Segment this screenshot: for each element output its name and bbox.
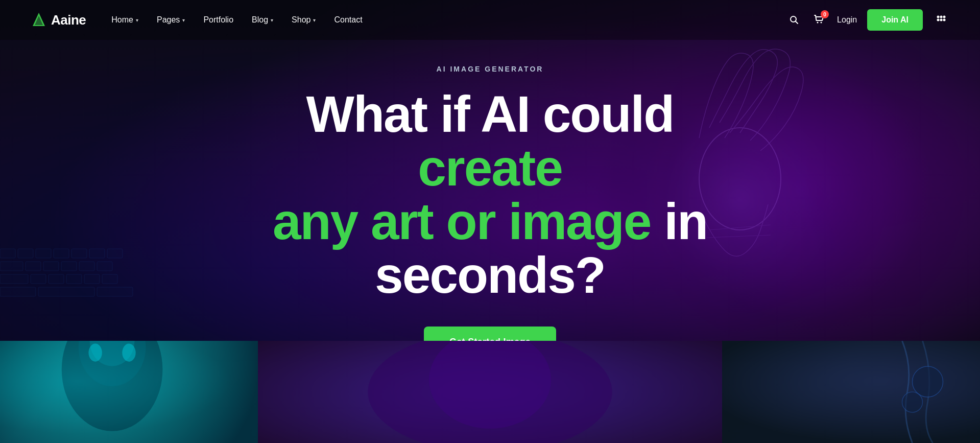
svg-rect-37	[0, 341, 258, 443]
nav-link-pages[interactable]: Pages ▾	[157, 15, 185, 25]
join-button[interactable]: Join AI	[867, 9, 923, 31]
svg-rect-19	[49, 274, 64, 284]
gallery-image-middle	[258, 341, 722, 443]
svg-point-47	[913, 366, 943, 397]
search-button[interactable]	[787, 13, 801, 27]
svg-rect-13	[43, 262, 59, 271]
nav-item-home[interactable]: Home ▾	[111, 15, 138, 25]
hero-eyebrow: AI IMAGE GENERATOR	[230, 65, 751, 73]
hero-headline-green1: create	[418, 139, 562, 196]
nav-item-contact[interactable]: Contact	[334, 15, 362, 25]
svg-point-29	[817, 22, 819, 24]
svg-rect-22	[102, 274, 117, 284]
chevron-down-icon: ▾	[313, 17, 316, 23]
svg-rect-16	[97, 262, 112, 271]
logo-link[interactable]: Aaine	[31, 12, 86, 28]
gallery-item-middle	[258, 341, 722, 443]
chevron-down-icon: ▾	[182, 17, 185, 23]
nav-link-contact[interactable]: Contact	[334, 15, 362, 25]
cart-badge: 0	[821, 10, 829, 18]
svg-point-42	[122, 344, 135, 362]
svg-point-38	[62, 341, 163, 431]
svg-rect-21	[84, 274, 100, 284]
hero-section: Aaine Home ▾ Pages ▾ Portf	[0, 0, 980, 443]
hero-headline-part4: seconds?	[375, 246, 605, 304]
svg-point-39	[79, 341, 146, 386]
svg-rect-46	[722, 341, 980, 443]
search-icon	[789, 15, 799, 25]
svg-rect-6	[36, 249, 51, 258]
svg-rect-14	[61, 262, 77, 271]
login-button[interactable]: Login	[837, 15, 857, 25]
grid-menu-button[interactable]	[933, 12, 949, 28]
svg-rect-10	[107, 249, 123, 258]
gallery-item-right	[722, 341, 980, 443]
svg-rect-8	[71, 249, 87, 258]
nav-link-blog[interactable]: Blog ▾	[252, 15, 273, 25]
navbar-right: 0 Login Join AI	[787, 9, 949, 31]
navbar-left: Aaine Home ▾ Pages ▾ Portf	[31, 12, 363, 28]
svg-rect-20	[66, 274, 82, 284]
hero-headline-part3: in	[651, 193, 707, 250]
svg-rect-5	[18, 249, 33, 258]
svg-rect-17	[0, 274, 28, 284]
svg-point-40	[90, 341, 135, 366]
nav-link-portfolio[interactable]: Portfolio	[203, 15, 233, 25]
nav-item-portfolio[interactable]: Portfolio	[203, 15, 233, 25]
nav-item-blog[interactable]: Blog ▾	[252, 15, 273, 25]
gallery-image-right	[722, 341, 980, 443]
nav-item-pages[interactable]: Pages ▾	[157, 15, 185, 25]
logo-text: Aaine	[51, 12, 86, 28]
hero-headline-green2: any art or image	[273, 193, 651, 250]
logo-icon	[31, 12, 47, 28]
svg-point-36	[943, 19, 946, 21]
hero-headline: What if AI could create any art or image…	[230, 87, 751, 302]
svg-rect-11	[0, 262, 23, 271]
cart-button[interactable]: 0	[811, 12, 827, 28]
svg-rect-23	[0, 287, 36, 296]
svg-rect-4	[0, 249, 15, 258]
nav-item-shop[interactable]: Shop ▾	[292, 15, 316, 25]
grid-icon	[935, 14, 947, 26]
svg-point-30	[821, 22, 822, 24]
svg-rect-12	[26, 262, 41, 271]
svg-rect-24	[38, 287, 94, 296]
gallery-item-left	[0, 341, 258, 443]
svg-rect-25	[97, 287, 133, 296]
gallery-image-left	[0, 341, 258, 443]
nav-links: Home ▾ Pages ▾ Portfolio	[111, 15, 362, 25]
gallery-strip	[0, 341, 980, 443]
nav-link-home[interactable]: Home ▾	[111, 15, 138, 25]
svg-rect-7	[54, 249, 69, 258]
svg-point-41	[88, 344, 102, 362]
hero-content: AI IMAGE GENERATOR What if AI could crea…	[209, 65, 771, 358]
svg-point-48	[902, 392, 923, 412]
chevron-down-icon: ▾	[271, 17, 273, 23]
chevron-down-icon: ▾	[136, 17, 138, 23]
svg-rect-18	[31, 274, 46, 284]
navbar: Aaine Home ▾ Pages ▾ Portf	[0, 0, 980, 40]
hero-headline-part1: What if AI could	[306, 85, 674, 143]
svg-point-34	[937, 19, 940, 21]
svg-point-35	[940, 19, 943, 21]
nav-link-shop[interactable]: Shop ▾	[292, 15, 316, 25]
svg-point-32	[940, 16, 943, 18]
svg-point-31	[937, 16, 940, 18]
svg-rect-9	[89, 249, 105, 258]
svg-point-33	[943, 16, 946, 18]
svg-rect-15	[79, 262, 94, 271]
